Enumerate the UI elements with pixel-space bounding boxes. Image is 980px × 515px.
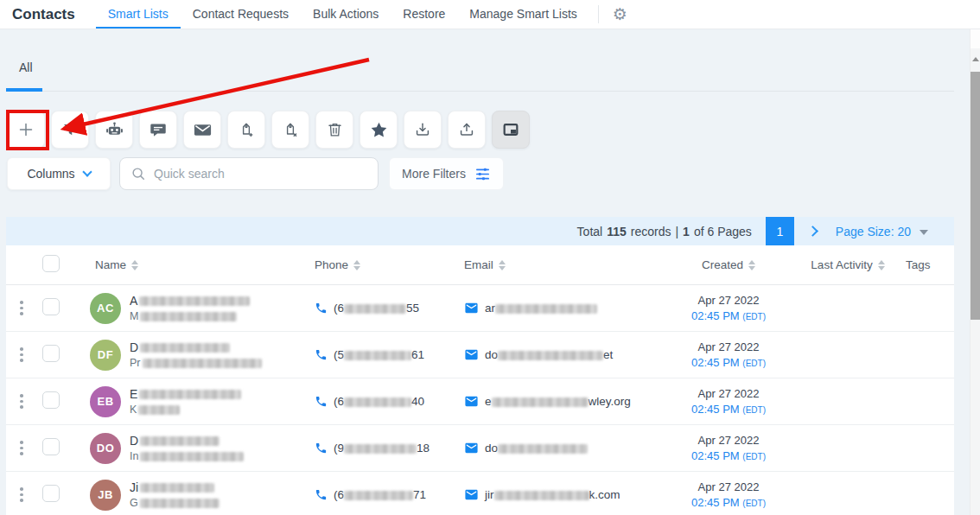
- select-row-checkbox[interactable]: [42, 391, 60, 409]
- envelope-icon: [193, 120, 213, 140]
- phone-icon: [315, 442, 328, 455]
- select-row-checkbox[interactable]: [42, 485, 60, 502]
- search-input[interactable]: [154, 167, 367, 181]
- page-1-button[interactable]: 1: [766, 217, 794, 245]
- select-row-checkbox[interactable]: [42, 438, 60, 455]
- import-icon: [413, 120, 432, 139]
- row-menu-icon[interactable]: [6, 487, 37, 502]
- name-cell[interactable]: DF D Pr: [79, 340, 302, 371]
- columns-label: Columns: [27, 167, 74, 181]
- row-menu-icon[interactable]: [6, 394, 37, 409]
- email-icon: [464, 394, 479, 409]
- smart-list-tab-all[interactable]: All: [19, 60, 33, 74]
- add-contact-button[interactable]: [7, 111, 45, 149]
- favorite-button[interactable]: [360, 111, 398, 149]
- phone-cell[interactable]: (655: [302, 302, 455, 315]
- name-cell[interactable]: DO D In: [79, 433, 302, 464]
- total-records-count: 115: [607, 225, 627, 238]
- tab-bulk-actions[interactable]: Bulk Actions: [301, 0, 391, 29]
- avatar[interactable]: DF: [90, 340, 121, 371]
- created-cell: Apr 27 2022 02:45 PM (EDT): [663, 480, 794, 509]
- search-icon: [130, 166, 146, 181]
- email-cell[interactable]: jirk.com: [455, 487, 663, 502]
- table-row: DO D In (918 do Apr 27 2022 02:45 PM (ED…: [6, 425, 954, 472]
- import-contacts-button[interactable]: [404, 111, 442, 149]
- phone-cell[interactable]: (640: [302, 395, 455, 408]
- phone-cell[interactable]: (671: [302, 488, 455, 501]
- delete-button[interactable]: [315, 111, 353, 149]
- sort-icon[interactable]: [499, 260, 506, 270]
- avatar[interactable]: AC: [90, 293, 121, 324]
- email-cell[interactable]: do: [455, 441, 663, 455]
- sort-icon[interactable]: [353, 260, 360, 270]
- created-cell: Apr 27 2022 02:45 PM (EDT): [663, 387, 794, 416]
- table-header: Name Phone Email Created Last Activity T…: [6, 245, 954, 285]
- next-page-icon[interactable]: [807, 226, 818, 237]
- add-tag-button[interactable]: [227, 111, 265, 149]
- row-menu-icon[interactable]: [6, 347, 37, 362]
- row-menu-icon[interactable]: [6, 301, 37, 315]
- email-cell[interactable]: ewley.org: [455, 394, 663, 409]
- phone-cell[interactable]: (561: [302, 348, 455, 361]
- sort-icon[interactable]: [748, 260, 755, 270]
- avatar[interactable]: JB: [90, 480, 121, 511]
- columns-dropdown[interactable]: Columns: [7, 157, 111, 190]
- phone-icon: [315, 488, 328, 501]
- column-header-phone: Phone: [315, 258, 348, 271]
- nav-divider: [598, 5, 599, 23]
- email-cell[interactable]: doet: [455, 347, 663, 362]
- send-sms-button[interactable]: [139, 111, 177, 149]
- chevron-down-icon: [82, 167, 92, 176]
- merge-contacts-button[interactable]: [492, 111, 530, 149]
- name-cell[interactable]: AC A M: [79, 293, 302, 324]
- pagination-bar: Total 115 records | 1 of 6 Pages 1 Page …: [6, 217, 954, 245]
- tab-manage-smart-lists[interactable]: Manage Smart Lists: [457, 0, 589, 29]
- more-filters-button[interactable]: More Filters: [389, 157, 504, 190]
- email-icon: [464, 441, 479, 455]
- scrollbar-thumb[interactable]: [970, 72, 980, 320]
- tab-smart-lists[interactable]: Smart Lists: [96, 0, 181, 29]
- scrollbar-track: [970, 29, 980, 48]
- tab-restore[interactable]: Restore: [391, 0, 457, 29]
- scroll-up-icon[interactable]: [972, 57, 979, 61]
- avatar[interactable]: DO: [90, 433, 121, 464]
- funnel-icon: [61, 121, 80, 139]
- created-cell: Apr 27 2022 02:45 PM (EDT): [663, 434, 794, 462]
- export-contacts-button[interactable]: [448, 111, 486, 149]
- sort-icon[interactable]: [131, 260, 138, 270]
- vertical-scrollbar[interactable]: [970, 29, 980, 515]
- select-row-checkbox[interactable]: [42, 345, 60, 362]
- page-size-caret-icon[interactable]: [920, 230, 928, 235]
- robot-icon: [105, 120, 124, 140]
- sort-icon[interactable]: [878, 260, 885, 270]
- nav-tabs: Smart Lists Contact Requests Bulk Action…: [96, 0, 589, 29]
- column-header-created: Created: [702, 258, 743, 271]
- name-cell[interactable]: EB E K: [79, 386, 302, 417]
- email-cell[interactable]: ar: [455, 301, 663, 315]
- select-row-checkbox[interactable]: [42, 298, 60, 315]
- merge-icon: [501, 120, 520, 139]
- tab-contact-requests[interactable]: Contact Requests: [181, 0, 301, 29]
- remove-tag-button[interactable]: [271, 111, 309, 149]
- tabs-underline: [6, 91, 954, 92]
- page-size-selector[interactable]: Page Size: 20: [836, 225, 911, 238]
- contacts-table: Name Phone Email Created Last Activity T…: [6, 245, 954, 515]
- select-all-checkbox[interactable]: [42, 255, 60, 272]
- filter-row: Columns More Filters: [7, 157, 504, 190]
- column-header-last-activity: Last Activity: [811, 258, 872, 271]
- phone-icon: [315, 302, 328, 315]
- gear-icon[interactable]: ⚙: [613, 6, 627, 22]
- more-filters-label: More Filters: [402, 167, 466, 181]
- row-menu-icon[interactable]: [6, 441, 37, 455]
- bulk-action-toolbar: [7, 111, 530, 149]
- name-cell[interactable]: JB Ji G: [79, 480, 302, 511]
- active-tab-indicator: [6, 88, 42, 92]
- automation-button[interactable]: [95, 111, 133, 149]
- avatar[interactable]: EB: [90, 386, 121, 417]
- pipeline-change-button[interactable]: [51, 111, 89, 149]
- quick-search: [119, 157, 379, 190]
- send-email-button[interactable]: [183, 111, 221, 149]
- export-icon: [457, 120, 476, 139]
- column-header-name: Name: [95, 258, 126, 271]
- phone-cell[interactable]: (918: [302, 442, 455, 455]
